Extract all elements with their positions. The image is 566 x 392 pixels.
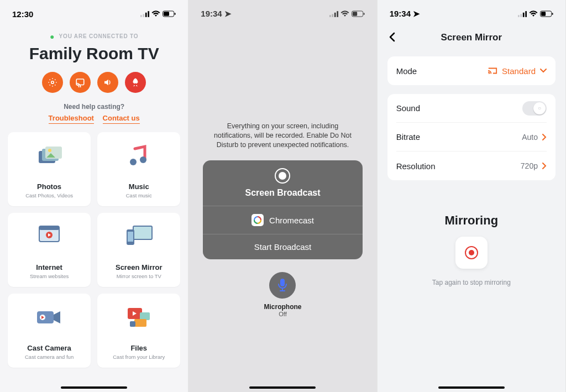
home-indicator[interactable] — [249, 386, 316, 389]
resolution-row[interactable]: Resolution 720p — [396, 151, 547, 180]
svg-rect-16 — [39, 226, 59, 230]
screen-home: 12:30 ● YOU ARE CONNECTED TO Family Room… — [0, 0, 188, 392]
location-icon: ➤ — [224, 9, 232, 18]
broadcast-title: Screen Broadcast — [245, 188, 320, 198]
mirroring-section: Mirroring Tap again to stop mirroring — [378, 213, 565, 286]
settings-button[interactable] — [42, 72, 63, 93]
status-icons — [140, 11, 176, 17]
wifi-icon — [340, 11, 349, 17]
screen-mirror-icon — [123, 224, 154, 250]
gear-icon — [48, 77, 57, 87]
svg-rect-0 — [140, 15, 142, 17]
svg-point-14 — [140, 156, 146, 163]
chromecast-app-icon — [251, 214, 264, 226]
card-sub: Stream websites — [30, 273, 69, 279]
card-sub: Mirror screen to TV — [117, 273, 161, 279]
svg-rect-28 — [332, 14, 333, 17]
start-broadcast-label: Start Broadcast — [254, 242, 311, 252]
microphone-state: Off — [279, 311, 286, 317]
card-sub: Cast Photos, Videos — [25, 192, 73, 198]
status-time: 19:34 ➤ — [201, 9, 232, 19]
resolution-value-wrap: 720p — [521, 161, 547, 170]
connected-label: YOU ARE CONNECTED TO — [59, 33, 139, 39]
svg-rect-24 — [140, 312, 150, 320]
mirroring-record-button[interactable] — [455, 237, 488, 269]
card-screen-mirror[interactable]: Screen Mirror Mirror screen to TV — [97, 213, 180, 287]
cast-button[interactable] — [70, 72, 91, 93]
status-dot-icon: ● — [50, 32, 55, 41]
start-broadcast-button[interactable]: Start Broadcast — [203, 234, 362, 259]
cast-icon — [488, 66, 497, 75]
svg-rect-20 — [128, 232, 133, 242]
svg-rect-3 — [148, 11, 150, 17]
svg-rect-32 — [353, 12, 357, 15]
svg-rect-42 — [552, 13, 553, 15]
card-sub: Cast camera and fun — [25, 354, 74, 360]
mode-value-wrap: Standard — [488, 66, 547, 76]
chevron-right-icon — [542, 163, 547, 169]
card-title: Music — [129, 182, 149, 191]
svg-rect-1 — [143, 14, 145, 17]
resolution-label: Resolution — [396, 161, 436, 171]
svg-rect-6 — [175, 13, 176, 15]
svg-rect-37 — [520, 14, 522, 17]
svg-rect-39 — [525, 11, 527, 17]
settings-panel: Sound ○ Bitrate Auto Resolution 720p — [387, 94, 555, 180]
mode-row[interactable]: Mode Standard — [396, 56, 547, 85]
broadcast-app-row[interactable]: Chromecast — [203, 206, 362, 234]
status-bar: 19:34 ➤ — [378, 0, 565, 22]
volume-button[interactable] — [97, 72, 118, 93]
broadcast-card: Screen Broadcast Chromecast Start Broadc… — [203, 160, 362, 259]
boost-button[interactable] — [125, 72, 146, 93]
cast-icon — [75, 77, 85, 87]
screen-mirror-settings: 19:34 ➤ Screen Mirror Mode Standard Soun… — [378, 0, 566, 392]
status-time: 12:30 — [12, 9, 33, 19]
microphone-icon — [277, 279, 288, 292]
svg-rect-36 — [518, 15, 520, 17]
connection-status: ● YOU ARE CONNECTED TO — [0, 32, 188, 41]
location-icon: ➤ — [413, 9, 420, 18]
microphone-button[interactable] — [269, 272, 296, 299]
status-icons — [518, 11, 553, 17]
svg-rect-25 — [134, 319, 146, 327]
signal-icon — [518, 11, 527, 17]
svg-rect-38 — [523, 12, 525, 17]
card-title: Screen Mirror — [116, 263, 163, 271]
camera-icon — [35, 305, 64, 331]
home-indicator[interactable] — [438, 386, 505, 389]
home-indicator[interactable] — [61, 386, 127, 389]
status-bar: 19:34 ➤ — [188, 0, 376, 22]
sound-row[interactable]: Sound ○ — [396, 94, 547, 123]
svg-rect-2 — [145, 12, 147, 17]
svg-point-12 — [48, 149, 51, 152]
back-button[interactable] — [389, 32, 395, 44]
sound-toggle[interactable]: ○ — [522, 101, 547, 116]
record-icon — [275, 168, 290, 184]
internet-icon — [36, 224, 62, 250]
files-icon — [124, 305, 153, 332]
card-title: Cast Camera — [27, 344, 71, 352]
card-sub: Cast from your Library — [113, 354, 165, 360]
wifi-icon — [529, 11, 538, 17]
mode-value: Standard — [502, 66, 536, 76]
card-cast-camera[interactable]: Cast Camera Cast camera and fun — [8, 294, 91, 368]
svg-rect-5 — [164, 12, 169, 15]
card-internet[interactable]: Internet Stream websites — [8, 213, 91, 287]
contact-link[interactable]: Contact us — [103, 114, 140, 124]
card-files[interactable]: Files Cast from your Library — [97, 294, 180, 368]
troubleshoot-link[interactable]: Troubleshoot — [49, 114, 94, 124]
battery-icon — [352, 11, 365, 17]
page-header: Screen Mirror — [378, 22, 565, 51]
card-music[interactable]: Music Cast music — [97, 132, 180, 206]
bitrate-value: Auto — [522, 133, 538, 142]
svg-point-7 — [51, 81, 54, 84]
sound-label: Sound — [396, 103, 420, 113]
photos-icon — [35, 143, 63, 173]
svg-rect-35 — [280, 279, 285, 286]
chevron-right-icon — [542, 134, 547, 140]
svg-rect-8 — [76, 79, 84, 85]
card-photos[interactable]: Photos Cast Photos, Videos — [8, 132, 91, 206]
device-name: Family Room TV — [0, 44, 188, 63]
bitrate-row[interactable]: Bitrate Auto — [396, 123, 547, 151]
svg-rect-30 — [337, 11, 338, 17]
